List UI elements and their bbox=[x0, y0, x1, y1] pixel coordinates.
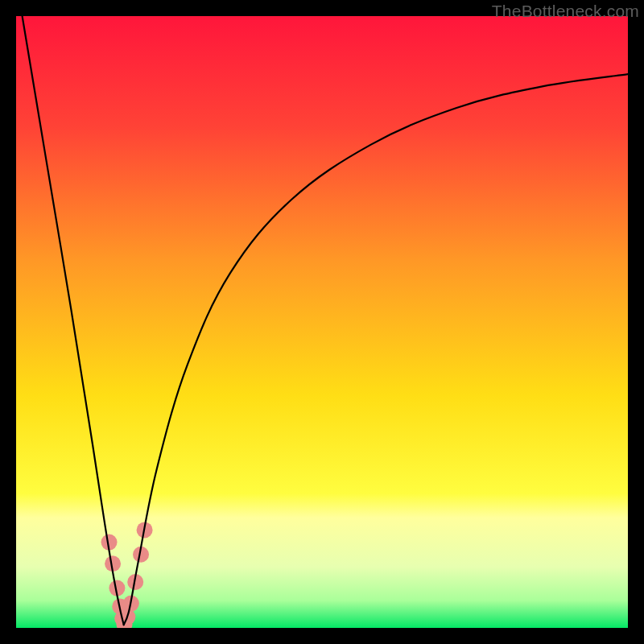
chart-frame: TheBottleneck.com bbox=[0, 0, 644, 644]
right-branch-curve bbox=[124, 74, 628, 625]
left-branch-curve bbox=[23, 16, 124, 625]
valley-markers bbox=[101, 522, 153, 628]
watermark-text: TheBottleneck.com bbox=[492, 2, 639, 21]
plot-area bbox=[16, 16, 628, 628]
curve-layer bbox=[16, 16, 628, 628]
